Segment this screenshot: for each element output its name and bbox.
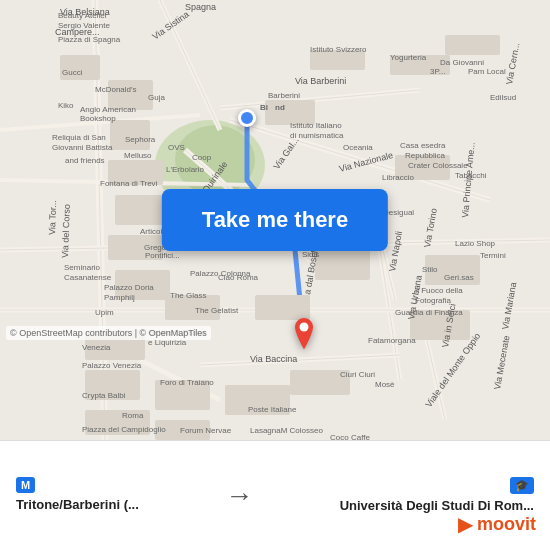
svg-text:LasagnaM Colosseo: LasagnaM Colosseo xyxy=(250,426,323,435)
svg-text:L'Erbolario: L'Erbolario xyxy=(166,165,205,174)
svg-text:OVS: OVS xyxy=(168,143,185,152)
copyright-text: © OpenStreetMap contributors | © OpenMap… xyxy=(6,326,211,340)
svg-text:Seminario: Seminario xyxy=(64,263,101,272)
svg-text:Ciao Roma: Ciao Roma xyxy=(218,273,259,282)
svg-text:Bl: Bl xyxy=(260,103,268,112)
svg-text:Forum Nervae: Forum Nervae xyxy=(180,426,232,435)
map-container: Via Sistina Via Barberini Via del Quirin… xyxy=(0,0,550,440)
svg-point-136 xyxy=(300,323,309,332)
svg-text:nd: nd xyxy=(275,103,285,112)
svg-text:Da Giovanni: Da Giovanni xyxy=(440,58,484,67)
svg-text:Fotografia: Fotografia xyxy=(415,296,452,305)
svg-text:and friends: and friends xyxy=(65,156,105,165)
svg-text:Coop: Coop xyxy=(192,153,212,162)
svg-text:3P...: 3P... xyxy=(430,67,445,76)
street-label-barberini: Via Barberini xyxy=(295,76,346,86)
svg-text:Repubblica: Repubblica xyxy=(405,151,446,160)
svg-text:Lazio Shop: Lazio Shop xyxy=(455,239,496,248)
svg-text:Gucci: Gucci xyxy=(62,68,83,77)
svg-text:Reliquia di San: Reliquia di San xyxy=(52,133,106,142)
svg-text:Ciuri Ciuri: Ciuri Ciuri xyxy=(340,370,375,379)
svg-text:Bookshop: Bookshop xyxy=(80,114,116,123)
footer: M Tritone/Barberini (... → 🎓 Università … xyxy=(0,440,550,550)
svg-text:Pontifici...: Pontifici... xyxy=(145,251,180,260)
origin-station-info: M Tritone/Barberini (... xyxy=(16,477,139,514)
svg-text:Beauty Atelier: Beauty Atelier xyxy=(58,11,108,20)
svg-text:Istituto Italiano: Istituto Italiano xyxy=(290,121,342,130)
destination-marker xyxy=(290,318,318,358)
svg-text:Casanatense: Casanatense xyxy=(64,273,112,282)
svg-text:Barberini: Barberini xyxy=(268,91,300,100)
svg-text:Crater Colossale: Crater Colossale xyxy=(408,161,468,170)
svg-text:Crypta Balbi: Crypta Balbi xyxy=(82,391,126,400)
svg-text:Pamphilj: Pamphilj xyxy=(104,293,135,302)
svg-text:Stilo: Stilo xyxy=(422,265,438,274)
svg-rect-47 xyxy=(445,35,500,55)
svg-text:The Gelatist: The Gelatist xyxy=(195,306,239,315)
svg-text:Kiko: Kiko xyxy=(58,101,74,110)
svg-text:Roma: Roma xyxy=(122,411,144,420)
svg-text:Sephora: Sephora xyxy=(125,135,156,144)
svg-text:Guardia di Finanza: Guardia di Finanza xyxy=(395,308,463,317)
svg-rect-32 xyxy=(115,195,165,225)
svg-text:Poste Italiane: Poste Italiane xyxy=(248,405,297,414)
svg-text:Il Fuoco della: Il Fuoco della xyxy=(415,286,463,295)
svg-text:Sergio Valente: Sergio Valente xyxy=(58,21,110,30)
svg-text:Coco Caffe: Coco Caffe xyxy=(330,433,370,440)
svg-text:Casa esedra: Casa esedra xyxy=(400,141,446,150)
svg-text:Piazza di Spagna: Piazza di Spagna xyxy=(58,35,121,44)
svg-text:Giovanni Battista: Giovanni Battista xyxy=(52,143,113,152)
svg-text:Via Tor...: Via Tor... xyxy=(47,200,58,235)
svg-text:Melluso: Melluso xyxy=(124,151,152,160)
svg-text:Foro di Traiano: Foro di Traiano xyxy=(160,378,214,387)
svg-text:Spagna: Spagna xyxy=(185,2,216,12)
svg-text:Libraccio: Libraccio xyxy=(382,173,415,182)
svg-text:Geri.sas: Geri.sas xyxy=(444,273,474,282)
svg-text:McDonald's: McDonald's xyxy=(95,85,137,94)
svg-text:Upim: Upim xyxy=(95,308,114,317)
svg-text:Yogurteria: Yogurteria xyxy=(390,53,427,62)
svg-text:di numismatica: di numismatica xyxy=(290,131,344,140)
svg-text:Pam Local: Pam Local xyxy=(468,67,506,76)
origin-station-name: Tritone/Barberini (... xyxy=(16,497,139,514)
svg-text:Piazza del Campidoglio: Piazza del Campidoglio xyxy=(82,425,166,434)
svg-text:Guja: Guja xyxy=(148,93,165,102)
svg-rect-51 xyxy=(255,295,310,320)
street-label-corso: Via del Corso xyxy=(60,204,72,258)
metro-icon-dest: 🎓 xyxy=(510,477,534,494)
svg-text:Palazzo Venezia: Palazzo Venezia xyxy=(82,361,142,370)
svg-text:Fontana di Trevi: Fontana di Trevi xyxy=(100,179,158,188)
svg-text:Fatamorgana: Fatamorgana xyxy=(368,336,416,345)
svg-text:Oceania: Oceania xyxy=(343,143,373,152)
moovit-logo: ▶ moovit xyxy=(458,512,536,536)
svg-text:Termini: Termini xyxy=(480,251,506,260)
svg-text:Anglo American: Anglo American xyxy=(80,105,136,114)
svg-text:Istituto Svizzero: Istituto Svizzero xyxy=(310,45,367,54)
origin-marker xyxy=(238,109,256,127)
svg-text:Palazzo Doria: Palazzo Doria xyxy=(104,283,154,292)
metro-icon: M xyxy=(16,477,35,493)
destination-station-info: 🎓 Università Degli Studi Di Rom... xyxy=(340,477,534,515)
svg-rect-42 xyxy=(315,250,370,280)
svg-text:Mosè: Mosè xyxy=(375,380,395,389)
moovit-text: moovit xyxy=(477,514,536,535)
take-me-there-button[interactable]: Take me there xyxy=(162,189,388,251)
route-arrow: → xyxy=(225,480,253,512)
svg-text:The Glass: The Glass xyxy=(170,291,206,300)
svg-text:Edilsud: Edilsud xyxy=(490,93,516,102)
svg-text:Venezia: Venezia xyxy=(82,343,111,352)
